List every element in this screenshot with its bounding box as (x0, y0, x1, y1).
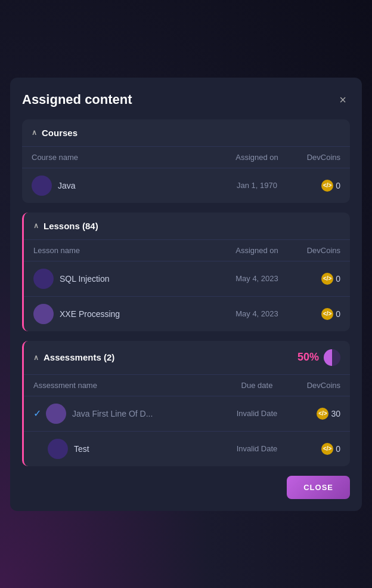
assessments-section-header-left: ∧ Assessments (2) (33, 352, 114, 362)
lessons-section: ∧ Lessons (84) Lesson name Assigned on D… (22, 213, 350, 331)
courses-row-name-cell: Java (32, 176, 221, 196)
assessments-table: Assessment name Due date DevCoins ✓ Java… (24, 374, 350, 466)
lessons-row-0-avatar (33, 269, 54, 289)
lessons-table-header: Lesson name Assigned on DevCoins (24, 240, 350, 261)
lessons-row-0-name-cell: SQL Injection (33, 269, 221, 289)
lessons-row-0-devcoins-value: 0 (336, 274, 340, 284)
assessments-row-1-avatar (48, 439, 68, 459)
assessments-table-header: Assessment name Due date DevCoins (24, 375, 350, 396)
courses-col-assigned: Assigned on (221, 153, 293, 162)
lessons-row-1-devcoins-value: 0 (336, 309, 340, 319)
assessments-row-0-name-cell: Java First Line Of D... (46, 404, 221, 424)
close-button-container: CLOSE (22, 476, 350, 499)
lessons-row-0-assigned: May 4, 2023 (221, 274, 293, 283)
courses-chevron-icon: ∧ (32, 128, 37, 137)
courses-row-name: Java (58, 181, 76, 190)
lessons-row-1-name: XXE Processing (60, 309, 120, 319)
close-x-icon: × (339, 93, 346, 106)
assessments-row-1-due-date: Invalid Date (221, 444, 293, 453)
assessments-row-1-devcoins-cell: </> 0 (293, 443, 340, 455)
assigned-content-modal: Assigned content × ∧ Courses Course name… (10, 78, 362, 511)
assessments-percent-badge: 50% (297, 351, 319, 364)
lessons-row-0-devcoins-icon: </> (321, 273, 333, 285)
assessments-row-1-name-cell: Test (48, 439, 221, 459)
courses-section-header[interactable]: ∧ Courses (22, 119, 350, 146)
assessments-row-0-check-icon: ✓ (33, 408, 41, 419)
assessments-col-devcoins: DevCoins (293, 381, 340, 390)
assessments-row-1-name: Test (74, 444, 89, 454)
courses-col-name: Course name (32, 153, 221, 162)
assessments-row-0-due-date: Invalid Date (221, 409, 293, 418)
modal-title: Assigned content (22, 92, 132, 107)
courses-devcoins-icon: </> (321, 180, 333, 192)
lessons-section-header[interactable]: ∧ Lessons (84) (24, 213, 350, 239)
assessments-row-0-devcoins-value: 30 (331, 409, 340, 418)
assessments-section-title: Assessments (2) (44, 352, 114, 362)
assessments-row-0-avatar (46, 404, 66, 424)
assessments-col-due-date: Due date (221, 381, 293, 390)
assessments-row-0-name: Java First Line Of D... (72, 409, 153, 418)
assessments-row-1-devcoins-icon: </> (321, 443, 333, 455)
courses-table: Course name Assigned on DevCoins Java Ja… (22, 146, 350, 203)
assessments-section-header-right: 50% (297, 349, 340, 366)
assessments-progress-icon (324, 349, 340, 366)
courses-col-devcoins: DevCoins (293, 153, 340, 162)
lessons-row-1-assigned: May 4, 2023 (221, 309, 293, 318)
close-button[interactable]: CLOSE (287, 476, 350, 499)
lessons-row-0-name: SQL Injection (60, 274, 110, 284)
courses-row-devcoins-value: 0 (336, 181, 340, 190)
lessons-chevron-icon: ∧ (33, 221, 39, 230)
lessons-col-name: Lesson name (33, 246, 221, 255)
lessons-col-assigned: Assigned on (221, 246, 293, 255)
assessments-col-name: Assessment name (33, 381, 221, 390)
courses-table-header: Course name Assigned on DevCoins (22, 147, 350, 168)
lessons-table: Lesson name Assigned on DevCoins SQL Inj… (24, 239, 350, 331)
lessons-section-title: Lessons (84) (44, 221, 98, 231)
lessons-row-1-avatar (33, 304, 54, 324)
lessons-col-devcoins: DevCoins (293, 246, 340, 255)
assessments-table-row-0: ✓ Java First Line Of D... Invalid Date <… (24, 396, 350, 432)
courses-section: ∧ Courses Course name Assigned on DevCoi… (22, 119, 350, 203)
lessons-section-header-left: ∧ Lessons (84) (33, 221, 98, 231)
lessons-row-0-devcoins-cell: </> 0 (293, 273, 340, 285)
lessons-row-1-devcoins-cell: </> 0 (293, 308, 340, 320)
courses-section-header-left: ∧ Courses (32, 128, 78, 138)
assessments-row-1-devcoins-value: 0 (336, 444, 340, 454)
assessments-row-0-devcoins-cell: </> 30 (293, 408, 340, 420)
modal-close-button[interactable]: × (336, 93, 350, 107)
assessments-section-header[interactable]: ∧ Assessments (2) 50% (24, 341, 350, 374)
courses-row-assigned: Jan 1, 1970 (221, 181, 293, 190)
courses-section-title: Courses (42, 128, 78, 138)
assessments-row-0-devcoins-icon: </> (317, 408, 328, 420)
courses-row-avatar (32, 176, 52, 196)
modal-header: Assigned content × (22, 92, 350, 107)
lessons-table-row-0: SQL Injection May 4, 2023 </> 0 (24, 261, 350, 297)
assessments-table-row-1: Test Invalid Date </> 0 (24, 432, 350, 466)
courses-row-devcoins-cell: </> 0 (293, 180, 340, 192)
courses-table-row: Java Jan 1, 1970 </> 0 (22, 168, 350, 203)
assessments-chevron-icon: ∧ (33, 353, 39, 362)
lessons-row-1-devcoins-icon: </> (321, 308, 333, 320)
lessons-table-row-1: XXE Processing May 4, 2023 </> 0 (24, 297, 350, 331)
assessments-section: ∧ Assessments (2) 50% Assessment name Du… (22, 341, 350, 466)
lessons-row-1-name-cell: XXE Processing (33, 304, 221, 324)
